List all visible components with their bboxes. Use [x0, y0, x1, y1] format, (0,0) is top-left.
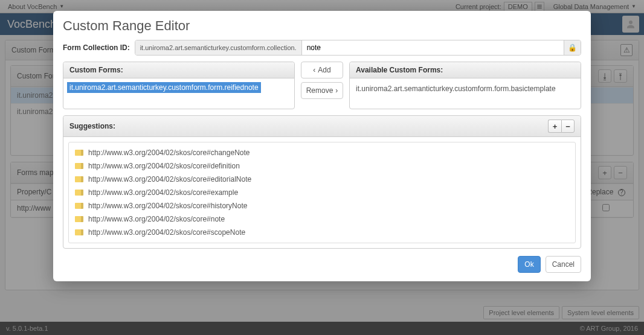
cancel-button[interactable]: Cancel: [546, 256, 581, 273]
add-button[interactable]: ‹ Add: [301, 62, 343, 78]
suggestion-label: http://www.w3.org/2004/02/skos/core#hist…: [88, 202, 247, 210]
suggestions-list: http://www.w3.org/2004/02/skos/core#chan…: [68, 142, 576, 243]
suggestion-item[interactable]: http://www.w3.org/2004/02/skos/core#note: [71, 212, 573, 226]
available-form-item[interactable]: it.uniroma2.art.semanticturkey.customfor…: [353, 82, 577, 95]
property-icon: [75, 203, 83, 209]
custom-form-item-selected[interactable]: it.uniroma2.art.semanticturkey.customfor…: [67, 82, 261, 93]
modal-title: Custom Range Editor: [63, 18, 581, 34]
suggestion-item[interactable]: http://www.w3.org/2004/02/skos/core#scop…: [71, 226, 573, 239]
suggestion-label: http://www.w3.org/2004/02/skos/core#defi…: [88, 162, 240, 170]
available-forms-panel: Available Custom Forms: it.uniroma2.art.…: [349, 62, 581, 109]
property-icon: [75, 216, 83, 222]
suggestion-item[interactable]: http://www.w3.org/2004/02/skos/core#exam…: [71, 186, 573, 199]
remove-button[interactable]: Remove ›: [301, 82, 343, 99]
suggestions-add-icon[interactable]: +: [548, 120, 561, 133]
form-collection-id-input-group: it.uniroma2.art.semanticturkey.customfor…: [135, 40, 581, 56]
collection-prefix: it.uniroma2.art.semanticturkey.customfor…: [135, 40, 302, 55]
suggestions-panel: Suggestions: + − http://www.w3.org/2004/…: [63, 115, 581, 249]
suggestion-label: http://www.w3.org/2004/02/skos/core#edit…: [88, 175, 251, 183]
ok-button[interactable]: Ok: [518, 256, 540, 273]
suggestion-label: http://www.w3.org/2004/02/skos/core#scop…: [88, 228, 245, 237]
suggestions-remove-icon[interactable]: −: [561, 120, 575, 133]
transfer-buttons: ‹ Add Remove ›: [301, 62, 343, 109]
suggestion-label: http://www.w3.org/2004/02/skos/core#chan…: [88, 148, 250, 157]
collection-id-input[interactable]: [302, 40, 564, 55]
add-label: Add: [318, 66, 330, 74]
suggestions-title: Suggestions:: [69, 122, 115, 130]
custom-forms-heading: Custom Forms:: [63, 62, 294, 78]
property-icon: [75, 150, 83, 156]
modal-overlay: Custom Range Editor Form Collection ID: …: [0, 0, 644, 335]
suggestion-item[interactable]: http://www.w3.org/2004/02/skos/core#hist…: [71, 199, 573, 212]
custom-forms-panel: Custom Forms: it.uniroma2.art.semantictu…: [63, 62, 295, 109]
property-icon: [75, 190, 83, 196]
suggestion-label: http://www.w3.org/2004/02/skos/core#note: [88, 215, 225, 223]
property-icon: [75, 229, 83, 235]
suggestion-item[interactable]: http://www.w3.org/2004/02/skos/core#edit…: [71, 173, 573, 186]
chevron-left-icon: ‹: [313, 66, 315, 74]
lock-icon[interactable]: 🔒: [564, 40, 581, 55]
property-icon: [75, 163, 83, 169]
available-forms-heading: Available Custom Forms:: [350, 62, 581, 78]
suggestion-item[interactable]: http://www.w3.org/2004/02/skos/core#chan…: [71, 146, 573, 159]
form-collection-id-label: Form Collection ID:: [63, 43, 130, 52]
property-icon: [75, 176, 83, 182]
remove-label: Remove: [306, 86, 333, 95]
custom-range-editor-modal: Custom Range Editor Form Collection ID: …: [53, 11, 591, 281]
suggestion-label: http://www.w3.org/2004/02/skos/core#exam…: [88, 188, 238, 197]
suggestion-item[interactable]: http://www.w3.org/2004/02/skos/core#defi…: [71, 159, 573, 173]
chevron-right-icon: ›: [335, 86, 338, 95]
